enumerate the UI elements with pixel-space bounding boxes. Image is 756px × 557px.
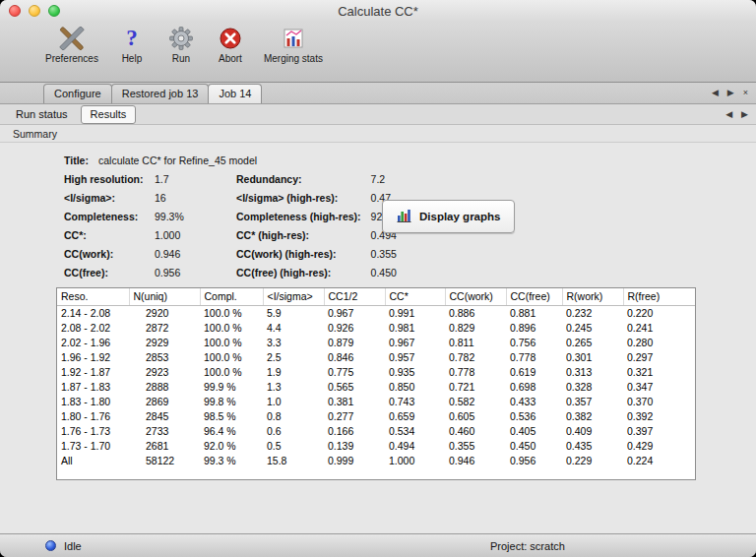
toolbar-button-merging-stats[interactable]: Merging stats <box>264 25 323 64</box>
table-cell: 0.967 <box>385 336 445 350</box>
subtab-scroll-right-icon[interactable]: ▶ <box>740 109 749 120</box>
column-header[interactable]: R(work) <box>562 288 623 306</box>
tab-restored-job-13[interactable]: Restored job 13 <box>111 84 210 103</box>
table-cell: 1.92 - 1.87 <box>57 365 129 380</box>
stat-value: 0.946 <box>155 244 236 263</box>
table-row[interactable]: All5812299.3 %15.80.9991.0000.9460.9560.… <box>57 454 695 468</box>
tab-scroll-left-icon[interactable]: ◀ <box>711 88 720 98</box>
table-cell: 0.946 <box>445 454 506 468</box>
toolbar-label-abort: Abort <box>219 53 242 64</box>
table-cell: 0.926 <box>324 321 385 336</box>
stat-value-highres: 0.450 <box>371 263 756 281</box>
table-cell: 100.0 % <box>200 336 263 350</box>
column-header[interactable]: Compl. <box>200 288 263 306</box>
table-row[interactable]: 2.14 - 2.082920100.0 %5.90.9670.9910.886… <box>57 306 695 321</box>
close-button[interactable] <box>9 5 21 17</box>
toolbar-button-run[interactable]: Run <box>165 25 197 64</box>
table-cell: 0.392 <box>623 409 695 424</box>
toolbar: Preferences?HelpRunAbortMerging stats <box>0 22 756 83</box>
table-cell: 1.96 - 1.92 <box>57 350 129 365</box>
stat-label: High resolution: <box>64 169 155 188</box>
tab-close-icon[interactable]: × <box>742 88 749 98</box>
table-cell: 0.846 <box>324 350 385 365</box>
stat-value: 16 <box>155 188 236 207</box>
table-row[interactable]: 1.87 - 1.83288899.9 %1.30.5650.8500.7210… <box>57 380 695 395</box>
table-cell: 0.166 <box>324 424 385 439</box>
table-row[interactable]: 1.96 - 1.922853100.0 %2.50.8460.9570.782… <box>57 350 695 365</box>
table-cell: 100.0 % <box>200 321 263 336</box>
table-cell: 2681 <box>129 439 200 454</box>
table-cell: 0.328 <box>562 380 623 395</box>
table-row[interactable]: 2.02 - 1.962929100.0 %3.30.8790.9670.811… <box>57 336 695 350</box>
bar-chart-icon <box>397 209 411 224</box>
column-header[interactable]: CC1/2 <box>324 288 385 306</box>
results-panel: Title: calculate CC* for Refine_45 model… <box>0 143 756 533</box>
table-cell: 0.297 <box>623 350 695 365</box>
column-header[interactable]: <I/sigma> <box>263 288 324 306</box>
table-row[interactable]: 1.92 - 1.872923100.0 %1.90.7750.9350.778… <box>57 365 695 380</box>
table-cell: 0.139 <box>324 439 385 454</box>
window-controls <box>9 5 60 17</box>
statistics-table-container[interactable]: Reso.N(uniq)Compl.<I/sigma>CC1/2CC*CC(wo… <box>56 287 696 480</box>
table-cell: 1.9 <box>263 365 324 380</box>
tab-job-14[interactable]: Job 14 <box>208 84 262 103</box>
main-tabs: ConfigureRestored job 13Job 14 <box>43 83 261 103</box>
subtab-scroll-left-icon[interactable]: ◀ <box>724 109 733 120</box>
table-cell: 0.357 <box>562 395 623 409</box>
table-cell: 0.778 <box>445 365 506 380</box>
zoom-button[interactable] <box>48 5 60 17</box>
window-title: Calculate CC* <box>338 4 418 19</box>
table-cell: 0.8 <box>263 409 324 424</box>
column-header[interactable]: N(uniq) <box>129 288 200 306</box>
title-label: Title: <box>64 155 98 166</box>
minimize-button[interactable] <box>29 5 40 17</box>
table-cell: 0.967 <box>324 306 385 321</box>
column-header[interactable]: R(free) <box>623 288 695 306</box>
abort-icon <box>219 25 242 52</box>
table-cell: 0.370 <box>623 395 695 409</box>
titlebar[interactable]: Calculate CC* <box>0 0 756 22</box>
table-cell: 0.721 <box>445 380 506 395</box>
table-cell: 15.8 <box>263 454 324 468</box>
table-cell: 0.224 <box>623 454 695 468</box>
table-cell: 0.957 <box>385 350 445 365</box>
table-cell: 0.619 <box>506 365 562 380</box>
table-cell: 2.08 - 2.02 <box>57 321 129 336</box>
table-row[interactable]: 2.08 - 2.022872100.0 %4.40.9260.9810.829… <box>57 321 695 336</box>
column-header[interactable]: CC(free) <box>506 288 562 306</box>
table-cell: 1.3 <box>263 380 324 395</box>
table-cell: 0.534 <box>385 424 445 439</box>
table-cell: 96.4 % <box>200 424 263 439</box>
toolbar-button-abort[interactable]: Abort <box>215 25 246 64</box>
table-row[interactable]: 1.73 - 1.70268192.0 %0.50.1390.4940.3550… <box>57 439 695 454</box>
subtab-results[interactable]: Results <box>81 105 137 124</box>
toolbar-button-help[interactable]: ?Help <box>116 25 148 64</box>
table-cell: 2853 <box>129 350 200 365</box>
table-cell: 0.382 <box>562 409 623 424</box>
display-graphs-button[interactable]: Display graphs <box>382 200 515 233</box>
table-row[interactable]: 1.76 - 1.73273396.4 %0.60.1660.5340.4600… <box>57 424 695 439</box>
table-cell: 0.565 <box>324 380 385 395</box>
toolbar-button-preferences[interactable]: Preferences <box>45 25 98 64</box>
stat-label-highres: CC(free) (high-res): <box>236 263 371 281</box>
table-cell: 0.397 <box>623 424 695 439</box>
merging-stats-chart-icon <box>282 25 305 52</box>
stat-label-highres: Redundancy: <box>236 169 371 188</box>
title-value: calculate CC* for Refine_45 model <box>98 155 257 166</box>
column-header[interactable]: CC* <box>385 288 445 306</box>
table-cell: 0.743 <box>385 395 445 409</box>
table-cell: 1.000 <box>385 454 445 468</box>
table-cell: 0.881 <box>506 306 562 321</box>
subtab-run-status[interactable]: Run status <box>6 105 78 124</box>
column-header[interactable]: CC(work) <box>445 288 506 306</box>
table-cell: 58122 <box>129 454 200 468</box>
column-header[interactable]: Reso. <box>57 288 129 306</box>
table-row[interactable]: 1.80 - 1.76284598.5 %0.80.2770.6590.6050… <box>57 409 695 424</box>
tab-configure[interactable]: Configure <box>43 84 112 103</box>
toolbar-label-help: Help <box>122 53 143 64</box>
table-cell: 0.381 <box>324 395 385 409</box>
tab-scroll-right-icon[interactable]: ▶ <box>726 88 735 98</box>
table-cell: 99.3 % <box>200 454 263 468</box>
table-cell: 0.605 <box>445 409 506 424</box>
table-row[interactable]: 1.83 - 1.80286999.8 %1.00.3810.7430.5820… <box>57 395 695 409</box>
